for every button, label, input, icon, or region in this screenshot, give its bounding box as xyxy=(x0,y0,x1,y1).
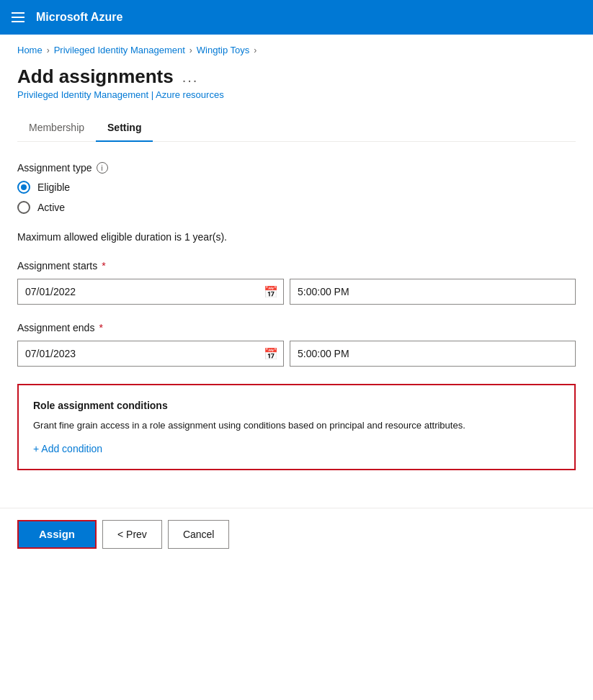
breadcrumb-separator-3: › xyxy=(254,45,257,55)
radio-eligible[interactable]: Eligible xyxy=(17,181,576,194)
tab-setting[interactable]: Setting xyxy=(96,115,153,142)
header-title: Microsoft Azure xyxy=(36,11,122,24)
breadcrumb-separator-1: › xyxy=(47,45,50,55)
assignment-starts-date-input[interactable] xyxy=(17,279,284,305)
page-subtitle: Privileged Identity Management | Azure r… xyxy=(17,89,576,100)
tabs-nav: Membership Setting xyxy=(17,115,576,142)
conditions-box: Role assignment conditions Grant fine gr… xyxy=(17,384,576,470)
page-footer: Assign < Prev Cancel xyxy=(0,508,593,560)
breadcrumb: Home › Privileged Identity Management › … xyxy=(0,35,593,60)
radio-eligible-circle xyxy=(17,181,30,194)
assignment-ends-calendar-icon[interactable]: 📅 xyxy=(258,341,284,367)
breadcrumb-home[interactable]: Home xyxy=(17,45,43,55)
assignment-ends-required: * xyxy=(99,322,102,333)
conditions-title: Role assignment conditions xyxy=(33,400,560,411)
assignment-starts-date-wrapper: 📅 xyxy=(17,279,284,305)
prev-button[interactable]: < Prev xyxy=(102,520,162,549)
assignment-starts-section: Assignment starts * 📅 xyxy=(17,260,576,305)
assignment-type-section: Assignment type i Eligible Active xyxy=(17,162,576,214)
radio-active-label: Active xyxy=(37,202,65,213)
duration-notice: Maximum allowed eligible duration is 1 y… xyxy=(17,231,576,243)
tab-membership[interactable]: Membership xyxy=(17,115,96,142)
assignment-starts-time-input[interactable] xyxy=(290,279,576,305)
assign-button[interactable]: Assign xyxy=(17,520,97,549)
assignment-ends-date-wrapper: 📅 xyxy=(17,341,284,367)
more-options-button[interactable]: ... xyxy=(182,70,199,84)
azure-header: Microsoft Azure xyxy=(0,0,593,35)
radio-active[interactable]: Active xyxy=(17,201,576,214)
conditions-description: Grant fine grain access in a role assign… xyxy=(33,418,560,433)
assignment-ends-section: Assignment ends * 📅 xyxy=(17,322,576,367)
assignment-type-label: Assignment type i xyxy=(17,162,576,174)
breadcrumb-pim[interactable]: Privileged Identity Management xyxy=(54,45,185,55)
add-condition-link[interactable]: + Add condition xyxy=(33,443,102,454)
page-title: Add assignments xyxy=(17,66,174,88)
assignment-starts-required: * xyxy=(102,260,105,272)
assignment-starts-label: Assignment starts * xyxy=(17,260,576,272)
radio-eligible-label: Eligible xyxy=(37,181,70,193)
assignment-ends-date-input[interactable] xyxy=(17,341,284,367)
assignment-type-radio-group: Eligible Active xyxy=(17,181,576,214)
hamburger-menu-icon[interactable] xyxy=(12,12,24,22)
breadcrumb-wingtip[interactable]: Wingtip Toys xyxy=(197,45,249,55)
assignment-starts-calendar-icon[interactable]: 📅 xyxy=(258,279,284,305)
page-header-row: Add assignments ... xyxy=(17,66,576,88)
cancel-button[interactable]: Cancel xyxy=(168,520,230,549)
assignment-ends-datetime-row: 📅 xyxy=(17,341,576,367)
assignment-ends-label: Assignment ends * xyxy=(17,322,576,333)
breadcrumb-separator-2: › xyxy=(190,45,192,55)
radio-active-circle xyxy=(17,201,30,214)
assignment-type-info-icon[interactable]: i xyxy=(97,162,108,174)
assignment-starts-datetime-row: 📅 xyxy=(17,279,576,305)
assignment-ends-time-input[interactable] xyxy=(290,341,576,367)
main-content: Add assignments ... Privileged Identity … xyxy=(0,60,593,508)
